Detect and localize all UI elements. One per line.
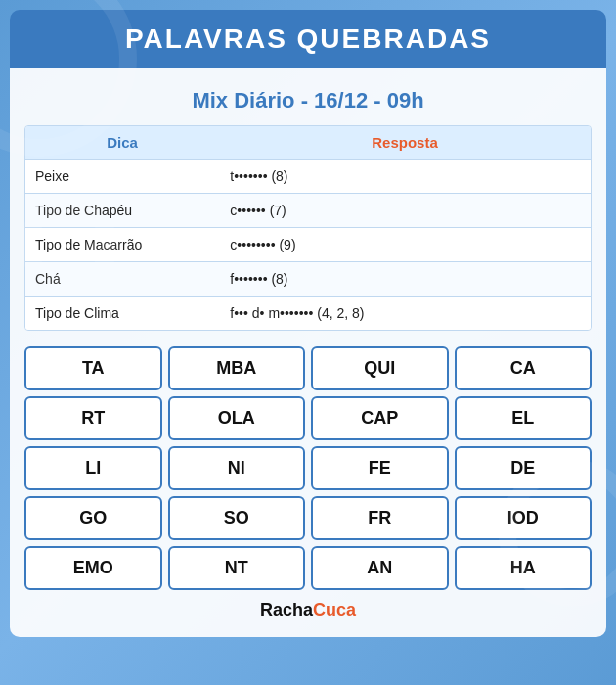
grid-cell[interactable]: NT	[168, 546, 306, 590]
grid-cell[interactable]: QUI	[311, 346, 449, 390]
clue-text: Tipo de Macarrão	[25, 228, 220, 261]
table-row: Tipo de Macarrão c•••••••• (9)	[25, 227, 591, 261]
table-body: Peixe t••••••• (8) Tipo de Chapéu c•••••…	[25, 159, 591, 330]
grid-cell[interactable]: DE	[455, 446, 593, 490]
app-header: PALAVRAS QUEBRADAS	[10, 10, 606, 68]
subtitle: Mix Diário - 16/12 - 09h	[24, 78, 592, 125]
grid-cell[interactable]: EMO	[24, 546, 162, 590]
clue-text: Tipo de Chapéu	[25, 194, 220, 227]
grid-cell[interactable]: NI	[168, 446, 306, 490]
grid-cell[interactable]: RT	[24, 396, 162, 440]
grid-cell[interactable]: FE	[311, 446, 449, 490]
table-header: Dica Resposta	[25, 126, 591, 159]
col-resposta-header: Resposta	[219, 126, 591, 159]
grid-cell[interactable]: FR	[311, 496, 449, 540]
clue-text: Peixe	[25, 160, 220, 193]
clue-text: Chá	[25, 262, 220, 296]
grid-cell[interactable]: SO	[168, 496, 306, 540]
grid-cell[interactable]: TA	[24, 346, 162, 390]
table-row: Chá f••••••• (8)	[25, 261, 591, 296]
col-dica-header: Dica	[25, 126, 219, 159]
answer-hint: f••• d• m••••••• (4, 2, 8)	[220, 297, 591, 330]
answer-hint: c•••••••• (9)	[220, 228, 591, 261]
word-grid: TAMBAQUICARTOLACAPELLINIFEDEGOSOFRIODEMO…	[24, 346, 592, 590]
clues-table: Dica Resposta Peixe t••••••• (8) Tipo de…	[24, 125, 592, 331]
grid-cell[interactable]: EL	[455, 396, 593, 440]
grid-cell[interactable]: OLA	[168, 396, 306, 440]
grid-cell[interactable]: CAP	[311, 396, 449, 440]
footer: RachaCuca	[24, 590, 592, 622]
grid-cell[interactable]: AN	[311, 546, 449, 590]
brand-part1: Racha	[260, 600, 313, 619]
app-title: PALAVRAS QUEBRADAS	[20, 23, 596, 55]
answer-hint: c•••••• (7)	[220, 194, 591, 227]
table-row: Peixe t••••••• (8)	[25, 159, 591, 193]
grid-cell[interactable]: HA	[455, 546, 593, 590]
answer-hint: t••••••• (8)	[220, 160, 591, 193]
clue-text: Tipo de Clima	[25, 297, 220, 330]
table-row: Tipo de Clima f••• d• m••••••• (4, 2, 8)	[25, 296, 591, 330]
brand-part2: Cuca	[313, 600, 356, 619]
main-container: Mix Diário - 16/12 - 09h Dica Resposta P…	[10, 68, 606, 637]
grid-cell[interactable]: LI	[24, 446, 162, 490]
grid-cell[interactable]: MBA	[168, 346, 306, 390]
grid-cell[interactable]: IOD	[455, 496, 593, 540]
answer-hint: f••••••• (8)	[220, 262, 591, 296]
grid-cell[interactable]: CA	[455, 346, 593, 390]
brand: RachaCuca	[260, 600, 356, 619]
table-row: Tipo de Chapéu c•••••• (7)	[25, 193, 591, 227]
grid-cell[interactable]: GO	[24, 496, 162, 540]
